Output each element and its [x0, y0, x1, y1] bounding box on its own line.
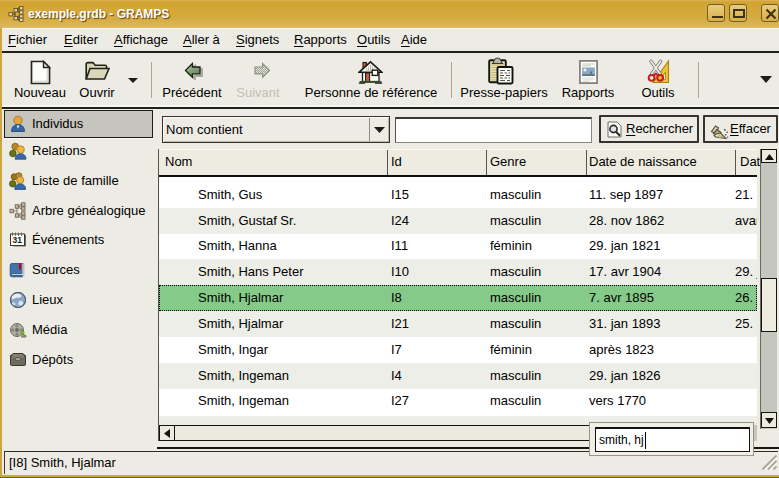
svg-text:31: 31 [12, 235, 22, 245]
